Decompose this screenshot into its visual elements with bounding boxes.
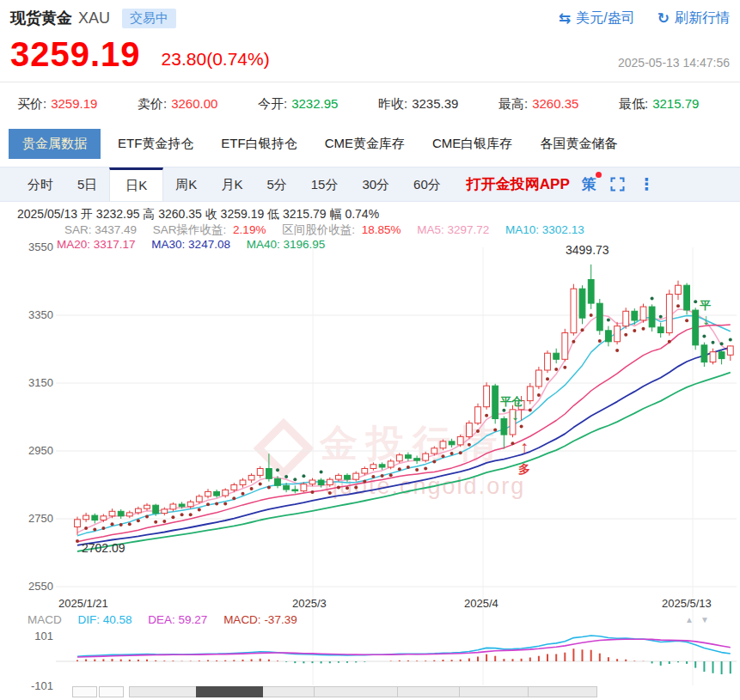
- indicator-row-2: MA20: 3317.17 MA30: 3247.08 MA40: 3196.9…: [57, 238, 338, 251]
- scrollbar-thumb[interactable]: [196, 686, 263, 697]
- x-tick-apr: 2025/4: [464, 597, 498, 610]
- tf-30min[interactable]: 30分: [350, 167, 401, 201]
- swap-icon: ⇆: [559, 9, 571, 27]
- y-tick-2950: 2950: [3, 444, 53, 457]
- high-price: 最高:3260.35: [498, 96, 619, 115]
- instrument-symbol: XAU: [78, 9, 110, 27]
- chart-tool-icons: 策 ⋮: [582, 167, 655, 201]
- y-tick-3550: 3550: [3, 240, 53, 253]
- macd-label-row: MACD DIF: 40.58 DEA: 59.27 MACD: -37.39: [28, 613, 310, 626]
- annotation-long-label: 多: [518, 462, 530, 478]
- ohlc-readout: 2025/05/13 开 3232.95 高 3260.35 收 3259.19…: [17, 207, 379, 222]
- notification-dot: [596, 172, 602, 178]
- annotation-exit-arrow: ↓: [511, 406, 519, 424]
- y-tick-3150: 3150: [3, 376, 53, 389]
- header-links: ⇆ 美元/盎司 ↻ 刷新行情: [559, 9, 730, 27]
- tab-cme-gold-stock[interactable]: CME黄金库存: [315, 129, 415, 159]
- tab-precious-metal-data[interactable]: 贵金属数据: [9, 129, 101, 159]
- bid-price: 买价:3259.19: [17, 96, 138, 115]
- unit-toggle-label: 美元/盎司: [576, 9, 634, 27]
- strategy-icon[interactable]: 策: [582, 174, 596, 194]
- annotation-long-arrow: ↑: [520, 437, 529, 457]
- zoom-button-right[interactable]: [99, 686, 124, 697]
- x-tick-mar: 2025/3: [292, 597, 327, 610]
- macd-tick-pos: 101: [26, 630, 53, 642]
- unit-toggle-link[interactable]: ⇆ 美元/盎司: [559, 9, 635, 27]
- tf-weekly-k[interactable]: 周K: [163, 167, 209, 201]
- quote-timestamp: 2025-05-13 14:47:56: [618, 53, 730, 72]
- tab-cme-silver-stock[interactable]: CME白银库存: [422, 129, 523, 159]
- tab-national-gold-reserves[interactable]: 各国黄金储备: [529, 129, 627, 159]
- open-price: 今开:3232.95: [258, 96, 378, 115]
- low-price: 最低:3215.79: [619, 96, 739, 115]
- chart-toolbar: 分时 5日 日K 周K 月K 5分 15分 30分 60分 打开金投网APP 策…: [0, 167, 740, 202]
- y-tick-3350: 3350: [3, 308, 53, 321]
- refresh-quote-link[interactable]: ↻ 刷新行情: [657, 9, 730, 27]
- gold-quote-page: 现货黄金 XAU 交易中 ⇆ 美元/盎司 ↻ 刷新行情 3259.19 23.8…: [0, 0, 740, 700]
- current-price: 3259.19: [10, 36, 141, 72]
- tab-etf-gold-holdings[interactable]: ETF黄金持仓: [107, 129, 204, 159]
- tf-5day[interactable]: 5日: [65, 167, 109, 201]
- annotation-right-exit-arrow: ↓: [702, 311, 710, 329]
- x-tick-jan: 2025/1/21: [58, 597, 108, 610]
- macd-collapse-arrows[interactable]: ▲▼: [685, 615, 716, 624]
- tf-60min[interactable]: 60分: [401, 167, 453, 201]
- quote-strip: 买价:3259.19 卖价:3260.00 今开:3232.95 昨收:3235…: [0, 82, 740, 127]
- price-change: 23.80(0.74%): [162, 46, 270, 72]
- fullscreen-icon[interactable]: [610, 177, 625, 192]
- annotation-low-price: 2702.09: [82, 541, 125, 555]
- chart-zoom-scrollbar: [0, 686, 740, 698]
- instrument-title: 现货黄金: [10, 8, 72, 28]
- data-nav-tabs: 贵金属数据 ETF黄金持仓 ETF白银持仓 CME黄金库存 CME白银库存 各国…: [0, 127, 740, 161]
- tab-etf-silver-holdings[interactable]: ETF白银持仓: [211, 129, 307, 159]
- zoom-button-left[interactable]: [72, 686, 97, 697]
- quote-header: 现货黄金 XAU 交易中 ⇆ 美元/盎司 ↻ 刷新行情 3259.19 23.8…: [0, 0, 740, 82]
- scrollbar-track[interactable]: [129, 686, 597, 697]
- indicator-row-1: SAR: 3437.49 SAR操作收益: 2.19% 区间股价收益: 18.8…: [64, 222, 597, 238]
- x-tick-may: 2025/5/13: [662, 597, 712, 610]
- candlestick-chart[interactable]: 金投行情 quote.cngold.org 2025/05/13 开 3232.…: [0, 202, 740, 698]
- tf-15min[interactable]: 15分: [299, 167, 351, 201]
- y-tick-2750: 2750: [3, 512, 53, 525]
- annotation-peak-price: 3499.73: [566, 243, 609, 257]
- tf-monthly-k[interactable]: 月K: [209, 167, 254, 201]
- prev-close-price: 昨收:3235.39: [378, 96, 498, 115]
- open-app-link[interactable]: 打开金投网APP: [467, 167, 570, 201]
- refresh-icon: ↻: [657, 9, 670, 27]
- y-tick-2550: 2550: [3, 580, 53, 593]
- trading-status-badge: 交易中: [122, 9, 176, 28]
- refresh-label: 刷新行情: [675, 9, 730, 27]
- tf-intraday[interactable]: 分时: [15, 167, 65, 201]
- tf-5min[interactable]: 5分: [254, 167, 298, 201]
- tf-daily-k[interactable]: 日K: [109, 167, 163, 201]
- ask-price: 卖价:3260.00: [138, 96, 258, 115]
- more-menu-icon[interactable]: ⋮: [639, 174, 655, 194]
